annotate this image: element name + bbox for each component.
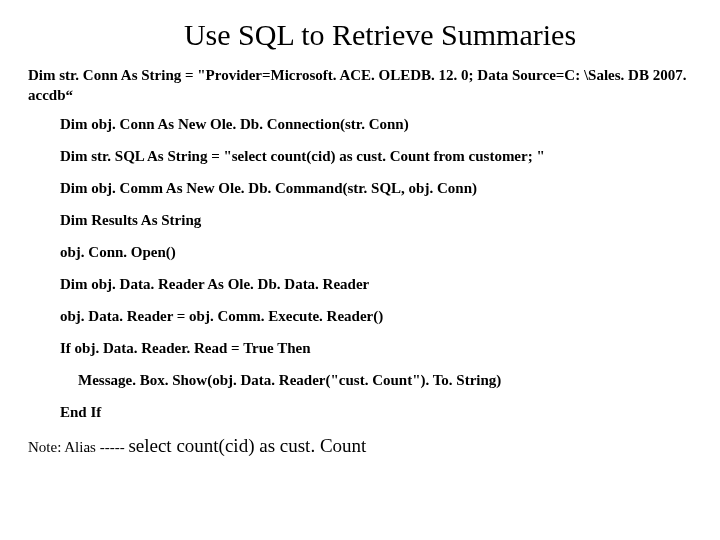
note: Note: Alias ----- select count(cid) as c…: [28, 435, 692, 457]
code-block: Dim obj. Conn As New Ole. Db. Connection…: [28, 115, 692, 421]
code-line: End If: [60, 403, 692, 421]
code-line: Dim obj. Conn As New Ole. Db. Connection…: [60, 115, 692, 133]
code-line: Message. Box. Show(obj. Data. Reader("cu…: [60, 371, 692, 389]
code-line: If obj. Data. Reader. Read = True Then: [60, 339, 692, 357]
code-line: Dim str. SQL As String = "select count(c…: [60, 147, 692, 165]
note-code: select count(cid) as cust. Count: [128, 435, 366, 456]
code-line: Dim Results As String: [60, 211, 692, 229]
note-label: Note: Alias -----: [28, 439, 128, 455]
code-line: Dim obj. Comm As New Ole. Db. Command(st…: [60, 179, 692, 197]
code-line: obj. Conn. Open(): [60, 243, 692, 261]
intro-declaration: Dim str. Conn As String = "Provider=Micr…: [28, 66, 692, 105]
code-line: Dim obj. Data. Reader As Ole. Db. Data. …: [60, 275, 692, 293]
slide-title: Use SQL to Retrieve Summaries: [68, 18, 692, 52]
code-line: obj. Data. Reader = obj. Comm. Execute. …: [60, 307, 692, 325]
